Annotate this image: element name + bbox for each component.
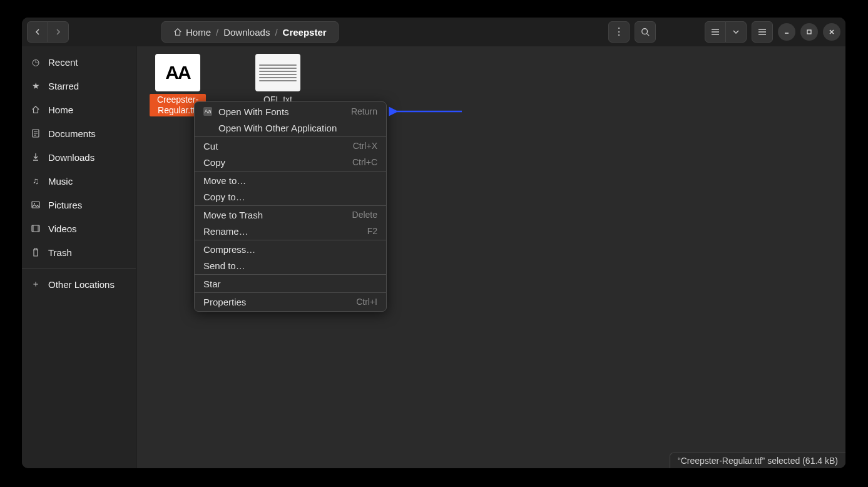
- context-item-label: Open With Fonts: [218, 106, 289, 117]
- documents-icon: [31, 129, 41, 138]
- context-item-shortcut: F2: [367, 226, 377, 236]
- status-text: “Creepster-Regular.ttf” selected (61.4 k…: [678, 456, 838, 466]
- breadcrumb-separator: /: [215, 27, 220, 38]
- context-send-to[interactable]: Send to…: [195, 257, 386, 274]
- maximize-icon: [806, 29, 812, 35]
- sidebar-item-other-locations[interactable]: ＋ Other Locations: [22, 272, 136, 296]
- context-item-shortcut: Ctrl+C: [352, 157, 377, 167]
- font-thumbnail: AA: [155, 54, 200, 91]
- sidebar-item-documents[interactable]: Documents: [22, 121, 136, 145]
- view-list-button[interactable]: [705, 21, 726, 43]
- context-item-label: Move to Trash: [203, 210, 263, 220]
- forward-button[interactable]: [48, 21, 69, 43]
- close-icon: [829, 29, 835, 35]
- plus-icon: ＋: [31, 279, 41, 290]
- sidebar-item-label: Home: [48, 105, 73, 115]
- context-separator: [195, 292, 386, 293]
- trash-icon: [31, 248, 41, 257]
- sidebar-separator: [22, 268, 136, 269]
- pictures-icon: [31, 201, 41, 208]
- sidebar-item-home[interactable]: Home: [22, 98, 136, 121]
- context-copy[interactable]: Copy Ctrl+C: [195, 154, 386, 170]
- svg-line-1: [647, 34, 650, 36]
- videos-icon: [31, 225, 41, 232]
- context-separator: [195, 136, 386, 137]
- breadcrumb-current[interactable]: Creepster: [279, 27, 330, 38]
- context-cut[interactable]: Cut Ctrl+X: [195, 138, 386, 154]
- titlebar: Home / Downloads / Creepster ⋮: [22, 18, 845, 46]
- context-item-shortcut: Ctrl+X: [353, 141, 377, 151]
- context-separator: [195, 205, 386, 206]
- close-button[interactable]: [823, 23, 840, 41]
- path-bar: Home / Downloads / Creepster: [161, 21, 339, 43]
- context-item-label: Send to…: [203, 260, 245, 271]
- context-open-with-fonts[interactable]: Aa Open With Fonts Return: [195, 103, 386, 120]
- txt-thumbnail: [255, 54, 300, 91]
- sidebar-item-label: Other Locations: [48, 279, 115, 290]
- fonts-app-icon: Aa: [203, 107, 212, 116]
- svg-rect-16: [32, 202, 39, 208]
- view-dropdown-button[interactable]: [725, 21, 747, 43]
- context-copy-to[interactable]: Copy to…: [195, 188, 386, 205]
- hamburger-menu-button[interactable]: [752, 21, 773, 43]
- search-button[interactable]: [635, 21, 656, 43]
- downloads-icon: [31, 153, 41, 161]
- svg-point-17: [34, 203, 35, 204]
- breadcrumb-home[interactable]: Home: [170, 27, 215, 38]
- sidebar-item-label: Trash: [48, 247, 72, 258]
- context-properties[interactable]: Properties Ctrl+I: [195, 294, 386, 310]
- minimize-icon: [784, 29, 790, 35]
- context-item-label: Star: [203, 279, 221, 289]
- context-item-label: Copy to…: [203, 192, 245, 202]
- sidebar-item-pictures[interactable]: Pictures: [22, 193, 136, 217]
- context-item-label: Compress…: [203, 244, 255, 255]
- context-item-shortcut: Delete: [352, 210, 377, 220]
- context-separator: [195, 240, 386, 240]
- sidebar-item-starred[interactable]: ★ Starred: [22, 74, 136, 98]
- hamburger-icon: [758, 28, 767, 36]
- main-pane[interactable]: AA Creepster-Regular.ttf OFL.txt Aa Open…: [136, 46, 845, 468]
- sidebar: ◷ Recent ★ Starred Home Documents: [22, 46, 136, 468]
- search-icon: [641, 28, 650, 36]
- context-separator: [195, 274, 386, 275]
- file-item-txt[interactable]: OFL.txt: [247, 54, 309, 106]
- context-star[interactable]: Star: [195, 275, 386, 292]
- context-item-label: Copy: [203, 157, 225, 168]
- file-manager-window: Home / Downloads / Creepster ⋮: [22, 18, 845, 468]
- back-button[interactable]: [27, 21, 48, 43]
- clock-icon: ◷: [31, 57, 41, 67]
- maximize-button[interactable]: [800, 23, 818, 41]
- sidebar-item-recent[interactable]: ◷ Recent: [22, 50, 136, 74]
- music-icon: ♫: [31, 176, 41, 186]
- sidebar-item-videos[interactable]: Videos: [22, 217, 136, 240]
- sidebar-item-trash[interactable]: Trash: [22, 240, 136, 264]
- svg-point-0: [642, 29, 648, 34]
- star-icon: ★: [31, 81, 41, 91]
- context-item-label: Open With Other Application: [218, 123, 337, 133]
- sidebar-item-downloads[interactable]: Downloads: [22, 145, 136, 169]
- sidebar-item-label: Music: [48, 176, 73, 187]
- home-icon: [173, 28, 182, 36]
- path-menu-button[interactable]: ⋮: [608, 21, 630, 43]
- context-item-label: Cut: [203, 141, 218, 151]
- status-bar: “Creepster-Regular.ttf” selected (61.4 k…: [670, 453, 845, 468]
- sidebar-item-label: Pictures: [48, 200, 82, 210]
- breadcrumb-separator: /: [273, 27, 278, 38]
- context-item-label: Move to…: [203, 175, 246, 186]
- sidebar-item-label: Recent: [48, 57, 78, 68]
- context-rename[interactable]: Rename… F2: [195, 223, 386, 239]
- context-compress[interactable]: Compress…: [195, 241, 386, 257]
- minimize-button[interactable]: [778, 23, 795, 41]
- sidebar-item-label: Videos: [48, 223, 77, 234]
- svg-rect-9: [807, 30, 811, 34]
- breadcrumb-downloads[interactable]: Downloads: [220, 27, 273, 38]
- context-open-with-other[interactable]: Open With Other Application: [195, 120, 386, 136]
- context-item-shortcut: Ctrl+I: [356, 297, 377, 307]
- context-menu: Aa Open With Fonts Return Open With Othe…: [194, 101, 387, 312]
- sidebar-item-label: Downloads: [48, 152, 94, 163]
- context-move-to[interactable]: Move to…: [195, 172, 386, 188]
- sidebar-item-label: Documents: [48, 128, 96, 139]
- context-separator: [195, 171, 386, 172]
- context-move-to-trash[interactable]: Move to Trash Delete: [195, 207, 386, 223]
- sidebar-item-music[interactable]: ♫ Music: [22, 169, 136, 193]
